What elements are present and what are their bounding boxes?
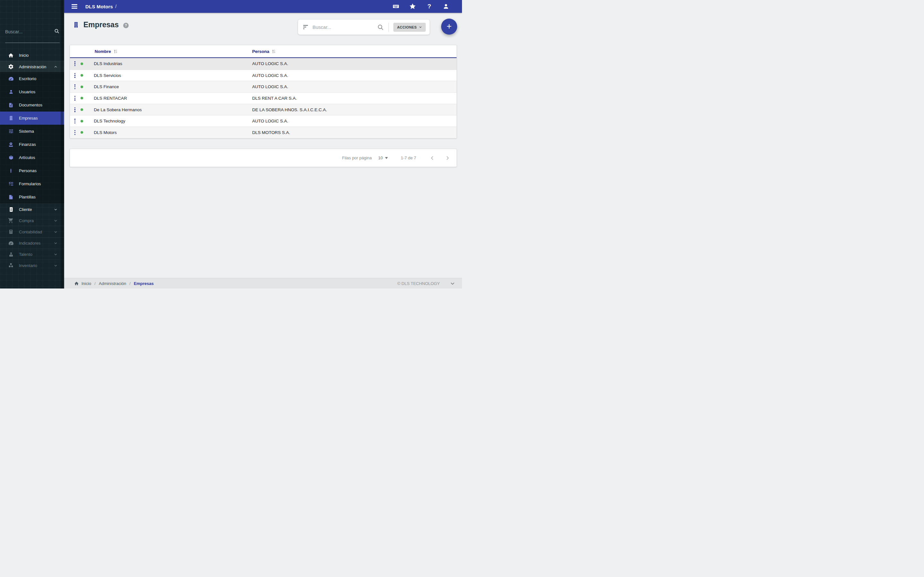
next-page-button[interactable]	[445, 155, 450, 161]
sliders-icon	[8, 128, 14, 135]
row-menu-icon[interactable]	[74, 130, 75, 135]
row-name: DLS Servicios	[94, 73, 121, 78]
table-search-input[interactable]	[312, 24, 377, 30]
sidebar-item-sistema[interactable]: Sistema	[0, 125, 64, 138]
sidebar-item-contabilidad[interactable]: Contabilidad	[0, 226, 64, 237]
breadcrumb-separator: /	[129, 281, 131, 286]
breadcrumb-inicio[interactable]: Inicio	[81, 281, 91, 286]
sidebar-item-compra[interactable]: Compra	[0, 215, 64, 226]
add-button[interactable]: +	[441, 19, 457, 35]
row-persona: AUTO LOGIC S.A.	[252, 73, 288, 78]
sidebar-item-articulos[interactable]: Artículos	[0, 151, 64, 164]
sidebar: Inicio Administración Escritorio	[0, 0, 64, 288]
sidebar-item-personas[interactable]: Personas	[0, 164, 64, 177]
checklist-icon	[8, 181, 14, 187]
chevron-right-icon	[445, 155, 450, 161]
sidebar-search-input[interactable]	[5, 29, 50, 34]
sidebar-nav: Inicio Administración Escritorio	[0, 50, 64, 271]
sidebar-item-talento[interactable]: Talento	[0, 248, 64, 259]
sidebar-item-escritorio[interactable]: Escritorio	[0, 72, 64, 85]
table-row[interactable]: DLS Finance AUTO LOGIC S.A.	[70, 81, 457, 92]
account-icon[interactable]	[442, 3, 450, 10]
sidebar-item-inicio[interactable]: Inicio	[0, 50, 64, 61]
table-toolbar: ACCIONES	[298, 19, 430, 35]
sidebar-item-documentos[interactable]: Documentos	[0, 98, 64, 111]
gears-icon	[8, 63, 14, 70]
sidebar-item-cliente[interactable]: Cliente	[0, 203, 64, 215]
status-dot	[81, 85, 83, 88]
home-icon[interactable]	[74, 281, 79, 286]
table-row[interactable]: DLS Servicios AUTO LOGIC S.A.	[70, 69, 457, 81]
row-menu-icon[interactable]	[74, 61, 75, 66]
chevron-down-icon	[54, 253, 57, 256]
chevron-down-icon	[54, 242, 57, 245]
status-dot	[81, 63, 83, 65]
search-icon[interactable]	[377, 24, 384, 31]
status-dot	[81, 108, 83, 111]
row-name: DLS RENTACAR	[94, 96, 127, 101]
star-icon[interactable]	[409, 3, 417, 10]
row-menu-icon[interactable]	[74, 107, 75, 112]
sidebar-item-label: Usuarios	[19, 89, 35, 94]
sidebar-item-administracion[interactable]: Administración	[0, 61, 64, 72]
row-name: De La Sobera Hermanos	[94, 107, 142, 112]
filter-icon[interactable]	[303, 25, 309, 29]
status-dot	[81, 131, 83, 134]
status-dot	[81, 97, 83, 99]
sidebar-item-label: Inventario	[19, 263, 37, 268]
row-menu-icon[interactable]	[74, 119, 75, 123]
sidebar-item-empresas[interactable]: Empresas	[0, 111, 64, 125]
sidebar-item-label: Formularios	[19, 181, 41, 186]
sidebar-item-plantillas[interactable]: Plantillas	[0, 190, 64, 203]
breadcrumb-separator: /	[94, 281, 95, 286]
rows-per-page-select[interactable]: 10	[378, 155, 388, 160]
sidebar-item-finanzas[interactable]: $ Finanzas	[0, 138, 64, 151]
page-range-label: 1-7 de 7	[401, 155, 416, 160]
row-menu-icon[interactable]	[74, 84, 75, 89]
status-dot	[81, 120, 83, 122]
sidebar-item-formularios[interactable]: Formularios	[0, 177, 64, 190]
sidebar-item-inventario[interactable]: Inventario	[0, 259, 64, 271]
main-content: Empresas ? ACCIONES + Nombre Persona	[64, 13, 462, 278]
sidebar-item-label: Artículos	[19, 155, 35, 160]
search-icon[interactable]	[54, 28, 60, 35]
breadcrumb-empresas: Empresas	[134, 281, 153, 286]
topbar-actions: ?	[392, 3, 462, 10]
topbar-title: DLS Motors	[86, 4, 113, 9]
keyboard-icon[interactable]	[392, 3, 400, 10]
previous-page-button[interactable]	[430, 155, 435, 161]
table-row[interactable]: De La Sobera Hermanos DE LA SOBERA HNOS.…	[70, 104, 457, 115]
help-icon[interactable]: ?	[425, 3, 433, 10]
sidebar-item-indicadores[interactable]: Indicadores	[0, 237, 64, 248]
row-menu-icon[interactable]	[74, 96, 75, 101]
sort-icon	[272, 49, 276, 53]
gauge-icon	[8, 240, 14, 246]
table-row[interactable]: DLS Motors DLS MOTORS S.A.	[70, 127, 457, 138]
table-row[interactable]: DLS RENTACAR DLS RENT A CAR S.A.	[70, 92, 457, 104]
row-menu-icon[interactable]	[74, 73, 75, 78]
column-header-persona[interactable]: Persona	[252, 45, 276, 57]
sidebar-item-label: Documentos	[19, 103, 42, 107]
row-name: DLS Technology	[94, 119, 125, 123]
talent-icon	[8, 251, 14, 258]
actions-button[interactable]: ACCIONES	[393, 23, 426, 32]
row-name: DLS Motors	[94, 130, 116, 135]
menu-icon[interactable]	[71, 3, 78, 10]
column-header-nombre[interactable]: Nombre	[95, 45, 118, 57]
pagination: Filas por página 10 1-7 de 7	[69, 149, 457, 167]
file-icon	[8, 194, 14, 200]
page-help-icon[interactable]: ?	[123, 23, 129, 28]
breadcrumb-administracion[interactable]: Administración	[99, 281, 126, 286]
table-row[interactable]: DLS Technology AUTO LOGIC S.A.	[70, 115, 457, 127]
sidebar-item-usuarios[interactable]: Usuarios	[0, 85, 64, 98]
chevron-down-icon[interactable]	[450, 281, 455, 286]
contacts-icon	[8, 206, 14, 213]
sidebar-scrollbar[interactable]	[61, 0, 63, 288]
companies-table: Nombre Persona DLS Industrias AUTO LOGIC…	[69, 45, 457, 139]
table-row[interactable]: DLS Industrias AUTO LOGIC S.A.	[70, 58, 457, 69]
sidebar-item-label: Inicio	[19, 53, 29, 58]
topbar: DLS Motors / ?	[64, 0, 462, 13]
row-name: DLS Finance	[94, 84, 119, 89]
sidebar-item-label: Plantillas	[19, 195, 36, 199]
rows-per-page-label: Filas por página	[342, 155, 372, 160]
